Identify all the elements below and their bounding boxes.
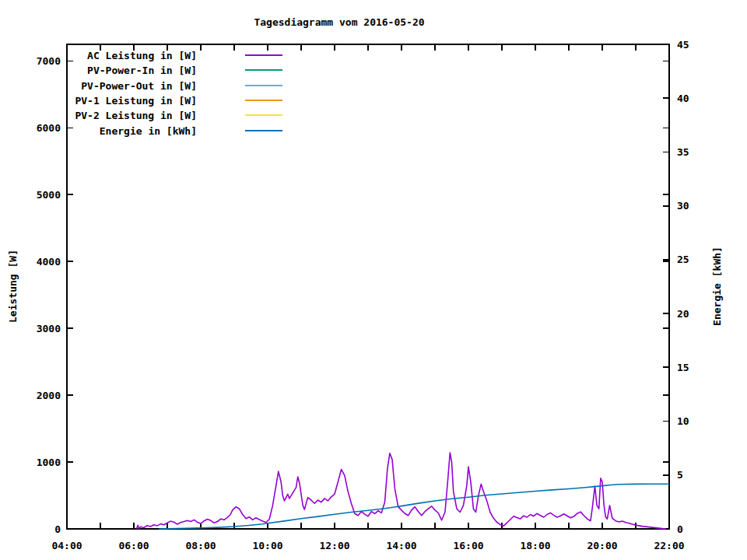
plot-border xyxy=(67,44,669,529)
y-left-tick-label: 0 xyxy=(54,523,61,535)
y-right-tick-label: 30 xyxy=(677,200,689,212)
x-tick-label: 18:00 xyxy=(520,540,550,551)
x-tick-label: 16:00 xyxy=(453,540,483,551)
y-right-tick-label: 20 xyxy=(677,308,689,320)
plot-area: 04:0006:0008:0010:0012:0014:0016:0018:00… xyxy=(0,0,747,560)
y-right-tick-label: 5 xyxy=(677,469,683,481)
x-tick-label: 10:00 xyxy=(252,540,282,551)
y-right-tick-label: 45 xyxy=(677,39,689,51)
y-right-tick-label: 15 xyxy=(677,362,689,373)
y-right-tick-label: 40 xyxy=(677,93,689,104)
tagesdiagramm-chart: Tagesdiagramm vom 2016-05-20 Leistung [W… xyxy=(0,0,747,560)
y-right-tick-label: 0 xyxy=(677,523,683,535)
y-left-tick-label: 5000 xyxy=(37,189,61,201)
x-tick-label: 22:00 xyxy=(654,540,684,551)
x-tick-label: 04:00 xyxy=(51,540,82,551)
y-left-tick-label: 6000 xyxy=(37,122,61,134)
y-left-tick-label: 3000 xyxy=(37,323,61,334)
y-left-tick-label: 1000 xyxy=(37,457,61,468)
y-right-tick-label: 10 xyxy=(677,415,689,427)
x-tick-label: 08:00 xyxy=(185,540,216,551)
y-left-tick-label: 7000 xyxy=(37,55,61,67)
x-tick-label: 06:00 xyxy=(118,540,149,551)
series-line-ac-leistung-in-w xyxy=(136,453,665,529)
y-left-tick-label: 4000 xyxy=(37,256,61,268)
x-tick-label: 20:00 xyxy=(587,540,617,551)
y-right-tick-label: 35 xyxy=(677,146,689,158)
y-left-tick-label: 2000 xyxy=(37,390,61,401)
x-tick-label: 12:00 xyxy=(319,540,349,551)
y-right-tick-label: 25 xyxy=(677,254,689,265)
x-tick-label: 14:00 xyxy=(386,540,416,551)
